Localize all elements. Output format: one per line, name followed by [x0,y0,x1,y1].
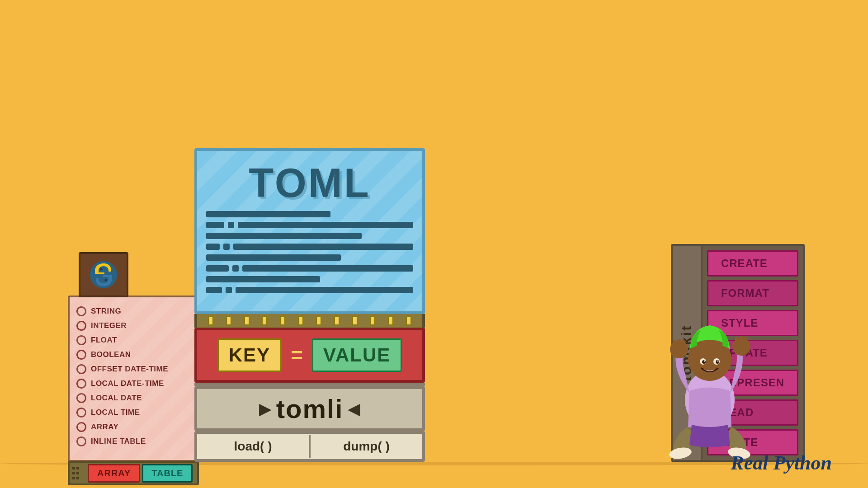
type-circle [76,422,86,432]
connector-pin [388,316,393,325]
strip-dots [72,464,86,482]
type-item-float: FLOAT [76,335,188,345]
type-item-offset-datetime: OFFSET DATE-TIME [76,364,188,374]
toml-title: TOML [206,160,413,206]
svg-rect-4 [103,275,104,277]
svg-rect-20 [744,337,747,347]
connector-pin [316,316,321,325]
type-label: STRING [91,307,121,316]
type-circle [76,393,86,403]
type-item-local-date: LOCAL DATE [76,393,188,403]
type-item-local-time: LOCAL TIME [76,408,188,418]
tomli-panel: ▶ tomli ◀ [194,386,425,431]
svg-point-1 [100,268,103,271]
type-circle [76,364,86,374]
code-value [233,244,413,250]
code-key [206,287,222,293]
kv-key: KEY [217,338,282,372]
type-label: FLOAT [91,336,117,345]
type-label: LOCAL DATE-TIME [91,379,164,388]
toml-sign: TOML [194,148,425,314]
kv-equals: = [291,343,303,367]
code-line-kv [206,244,413,250]
type-label: INTEGER [91,321,127,330]
type-circle [76,408,86,418]
character-illustration [665,310,755,463]
code-line-kv [206,222,413,228]
type-label: LOCAL DATE [91,394,142,403]
kv-value: VALUE [312,338,402,372]
code-line [206,211,330,217]
toml-connector [194,314,425,328]
type-circle [76,306,86,316]
code-key [206,222,224,228]
type-item-array: ARRAY [76,422,188,432]
python-logo-box [79,252,128,297]
dump-function[interactable]: dump( ) [311,434,422,459]
type-circle [76,436,86,446]
type-label: INLINE TABLE [91,437,146,446]
code-equals [228,222,234,228]
svg-point-11 [704,361,705,362]
character [665,310,755,463]
format-button[interactable]: FORMAT [707,280,798,306]
connector-pin [352,316,358,325]
svg-point-2 [105,279,107,282]
connector-pin [280,316,285,325]
connector-pin [370,316,375,325]
type-label: OFFSET DATE-TIME [91,365,168,374]
code-key [206,265,229,272]
type-circle [76,379,86,389]
connector-pin [262,316,267,325]
code-value [242,265,413,272]
svg-rect-19 [735,337,738,347]
code-value [238,222,413,228]
connector-pin [334,316,340,325]
create-button[interactable]: CREATE [707,250,798,277]
code-value [236,287,413,293]
type-item-inline-table: INLINE TABLE [76,436,188,446]
code-equals [232,265,239,272]
svg-rect-18 [740,336,743,346]
load-dump-panel: load( ) dump( ) [194,431,425,462]
real-python-branding: Real Python [731,451,832,474]
main-scene: STRING INTEGER FLOAT BOOLEAN OFFSET DATE… [0,0,868,488]
bottom-strip: ARRAY TABLE [68,461,199,485]
type-label: LOCAL TIME [91,408,140,417]
type-circle [76,335,86,345]
code-line [206,276,320,282]
type-item-string: STRING [76,306,188,316]
kv-panel: KEY = VALUE [194,328,425,383]
type-circle [76,321,86,331]
code-line [206,233,362,239]
tomli-name: tomli [276,394,344,424]
type-label: BOOLEAN [91,350,131,359]
code-line-kv [206,287,413,293]
table-button[interactable]: TABLE [142,464,193,483]
python-logo-icon [88,259,119,291]
tomli-arrow-left-icon: ▶ [259,399,272,418]
type-circle [76,350,86,360]
svg-point-12 [717,361,719,362]
code-line-kv [206,265,413,272]
svg-rect-15 [673,340,676,349]
real-python-text: Real Python [731,452,832,474]
type-label: ARRAY [91,422,118,432]
array-button[interactable]: ARRAY [88,464,140,483]
connector-pin [298,316,303,325]
type-item-local-datetime: LOCAL DATE-TIME [76,379,188,389]
load-function[interactable]: load( ) [197,434,309,459]
connector-pin [406,316,411,325]
type-item-integer: INTEGER [76,321,188,331]
code-equals [226,287,232,293]
types-panel: STRING INTEGER FLOAT BOOLEAN OFFSET DATE… [68,296,199,462]
svg-rect-14 [677,339,680,349]
svg-rect-3 [103,272,104,274]
type-item-boolean: BOOLEAN [76,350,188,360]
connector-pin [208,316,213,325]
connector-pin [226,316,231,325]
svg-rect-16 [682,340,685,349]
types-list: STRING INTEGER FLOAT BOOLEAN OFFSET DATE… [76,306,188,446]
tomli-arrow-right-icon: ◀ [348,399,360,418]
code-line [206,254,341,261]
